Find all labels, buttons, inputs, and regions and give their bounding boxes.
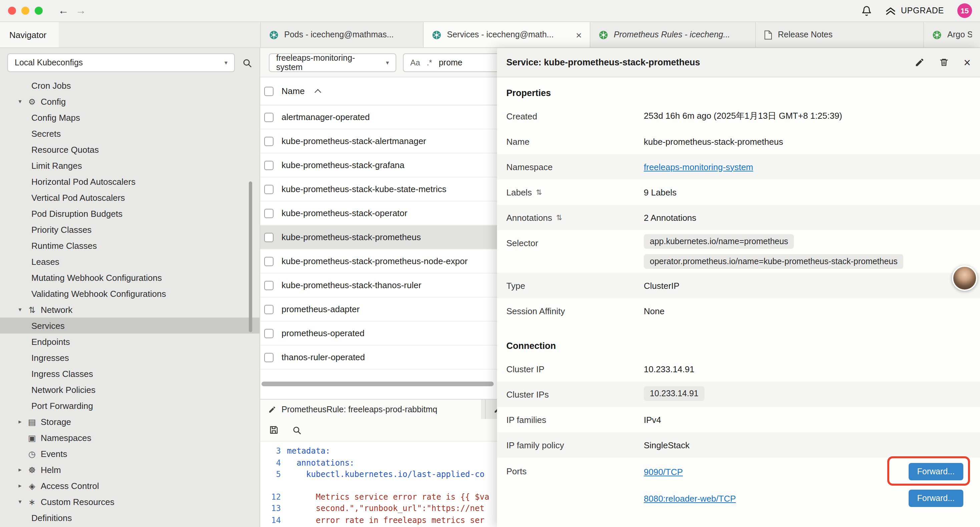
- horizontal-scrollbar[interactable]: [261, 382, 494, 386]
- tab-argo[interactable]: Argo Se: [923, 22, 980, 47]
- upgrade-button[interactable]: UPGRADE: [886, 6, 944, 15]
- sidebar-item-vertical-pod-autoscalers[interactable]: Vertical Pod Autoscalers: [0, 189, 259, 205]
- sidebar-item-endpoints[interactable]: Endpoints: [0, 334, 259, 350]
- chevron-right-icon[interactable]: ▸: [15, 482, 25, 489]
- tab-release-notes[interactable]: Release Notes: [755, 22, 923, 47]
- drawer-title: Service: kube-prometheus-stack-prometheu…: [506, 57, 700, 67]
- port-line: 9090/TCP Forward...: [644, 460, 980, 483]
- chevron-right-icon[interactable]: ▸: [15, 466, 25, 473]
- sidebar-item-storage[interactable]: ▸▤Storage: [0, 414, 259, 430]
- pencil-icon: [268, 405, 276, 413]
- sidebar-item-horizontal-pod-autoscalers[interactable]: Horizontal Pod Autoscalers: [0, 174, 259, 189]
- user-avatar[interactable]: [952, 266, 977, 291]
- minimize-window-button[interactable]: [21, 7, 29, 15]
- sidebar-item-helm[interactable]: ▸☸Helm: [0, 462, 259, 478]
- row-checkbox[interactable]: [264, 112, 274, 122]
- expand-labels-icon[interactable]: ⇅: [536, 188, 542, 196]
- sidebar-item-secrets[interactable]: Secrets: [0, 126, 259, 142]
- sidebar-item-services[interactable]: Services: [0, 318, 259, 334]
- detail-row-name: Name kube-prometheus-stack-prometheus: [497, 129, 980, 154]
- row-checkbox[interactable]: [264, 353, 274, 362]
- select-all-checkbox[interactable]: [264, 86, 274, 96]
- row-checkbox[interactable]: [264, 232, 274, 242]
- document-icon: [764, 30, 773, 40]
- window-controls: [8, 7, 43, 15]
- sidebar-item-validating-webhook-configurations[interactable]: Validating Webhook Configurations: [0, 285, 259, 301]
- tab-pods[interactable]: Pods - icecheng@mathmas...: [260, 22, 423, 47]
- sidebar-item-custom-resources[interactable]: ▾∗Custom Resources: [0, 494, 259, 509]
- tab-prometheus-rules[interactable]: Prometheus Rules - icecheng...: [590, 22, 755, 47]
- row-checkbox[interactable]: [264, 280, 274, 290]
- row-checkbox[interactable]: [264, 137, 274, 146]
- close-window-button[interactable]: [8, 7, 16, 15]
- maximize-window-button[interactable]: [35, 7, 43, 15]
- sidebar-item-ingresses[interactable]: Ingresses: [0, 350, 259, 366]
- kubeconfig-select[interactable]: Local Kubeconfigs ▾: [7, 53, 235, 72]
- sidebar-item-events[interactable]: ◷Events: [0, 446, 259, 462]
- chevron-down-icon[interactable]: ▾: [15, 98, 25, 105]
- sidebar-item-cron-jobs[interactable]: Cron Jobs: [0, 77, 259, 93]
- sidebar-item-runtime-classes[interactable]: Runtime Classes: [0, 237, 259, 253]
- port-link[interactable]: 9090/TCP: [644, 466, 683, 477]
- app-window: ← → UPGRADE 15 Navigator Pods - icecheng: [0, 0, 980, 527]
- expand-annotations-icon[interactable]: ⇅: [556, 213, 562, 222]
- search-icon[interactable]: [292, 425, 302, 435]
- detail-row-selector: Selector app.kubernetes.io/name=promethe…: [497, 230, 980, 273]
- row-checkbox[interactable]: [264, 304, 274, 314]
- edit-icon[interactable]: [915, 57, 925, 67]
- match-case-toggle[interactable]: Aa: [410, 58, 420, 67]
- sidebar-item-port-forwarding[interactable]: Port Forwarding: [0, 398, 259, 414]
- detail-row-type: Type ClusterIP: [497, 273, 980, 298]
- bell-icon[interactable]: [862, 5, 872, 16]
- sidebar-item-network-policies[interactable]: Network Policies: [0, 382, 259, 398]
- tab-bar-spacer: [59, 22, 260, 47]
- network-icon: ⇅: [25, 304, 39, 315]
- namespace-link[interactable]: freeleaps-monitoring-system: [644, 162, 753, 172]
- chevron-down-icon[interactable]: ▾: [15, 306, 25, 313]
- search-icon[interactable]: [242, 58, 252, 68]
- sidebar-item-leases[interactable]: Leases: [0, 253, 259, 269]
- sidebar-item-ingress-classes[interactable]: Ingress Classes: [0, 366, 259, 382]
- notification-count-badge[interactable]: 15: [957, 3, 972, 18]
- row-checkbox[interactable]: [264, 161, 274, 170]
- close-icon[interactable]: ×: [570, 30, 582, 40]
- sidebar-item-namespaces[interactable]: ▣Namespaces: [0, 430, 259, 446]
- namespace-select[interactable]: freeleaps-monitoring-system ▾: [269, 53, 396, 72]
- tab-label: Pods - icecheng@mathmas...: [284, 30, 394, 39]
- connection-heading: Connection: [497, 323, 980, 356]
- row-checkbox[interactable]: [264, 256, 274, 266]
- forward-button[interactable]: Forward...: [908, 463, 963, 480]
- tab-services[interactable]: Services - icecheng@math... ×: [423, 22, 590, 47]
- selector-badge: operator.prometheus.io/name=kube-prometh…: [644, 254, 904, 269]
- sidebar-item-resource-quotas[interactable]: Resource Quotas: [0, 142, 259, 158]
- close-icon[interactable]: ×: [964, 56, 970, 68]
- trash-icon[interactable]: [940, 57, 949, 67]
- sidebar-scrollbar[interactable]: [249, 182, 252, 332]
- sidebar-item-config[interactable]: ▾⚙Config: [0, 93, 259, 110]
- sidebar-item-definitions[interactable]: Definitions: [0, 509, 259, 525]
- sidebar-item-network[interactable]: ▾⇅Network: [0, 301, 259, 318]
- name-column-header[interactable]: Name: [282, 86, 305, 96]
- sidebar-item-pod-disruption-budgets[interactable]: Pod Disruption Budgets: [0, 205, 259, 221]
- sidebar-item-mutating-webhook-configurations[interactable]: Mutating Webhook Configurations: [0, 269, 259, 285]
- save-icon[interactable]: [269, 425, 279, 435]
- sidebar-item-priority-classes[interactable]: Priority Classes: [0, 221, 259, 237]
- forward-button[interactable]: Forward...: [908, 490, 963, 507]
- chevron-down-icon: ▾: [386, 59, 389, 66]
- chevron-right-icon[interactable]: ▸: [15, 418, 25, 425]
- port-link[interactable]: 8080:reloader-web/TCP: [644, 493, 736, 503]
- sidebar-item-limit-ranges[interactable]: Limit Ranges: [0, 158, 259, 174]
- row-checkbox[interactable]: [264, 209, 274, 218]
- row-checkbox[interactable]: [264, 185, 274, 194]
- row-checkbox[interactable]: [264, 328, 274, 338]
- regex-toggle[interactable]: .*: [426, 58, 432, 67]
- chevron-down-icon[interactable]: ▾: [15, 498, 25, 505]
- service-details-drawer: Service: kube-prometheus-stack-prometheu…: [497, 48, 980, 527]
- sidebar-item-access-control[interactable]: ▸◈Access Control: [0, 478, 259, 494]
- forward-icon[interactable]: →: [72, 5, 89, 16]
- sidebar-item-config-maps[interactable]: Config Maps: [0, 110, 259, 126]
- kubeconfig-select-value: Local Kubeconfigs: [15, 58, 83, 67]
- editor-tab-prometheusrule[interactable]: PrometheusRule: freeleaps-prod-rabbitmq: [260, 400, 481, 419]
- tab-navigator[interactable]: Navigator: [0, 22, 59, 47]
- back-icon[interactable]: ←: [55, 5, 72, 16]
